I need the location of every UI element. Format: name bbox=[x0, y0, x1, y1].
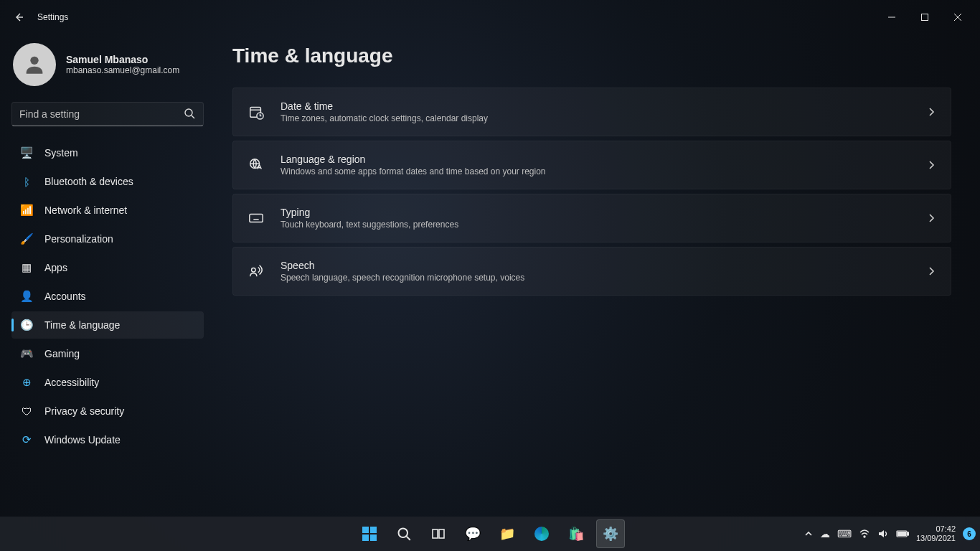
settings-card-typing[interactable]: TypingTouch keyboard, text suggestions, … bbox=[232, 194, 951, 242]
taskbar-edge-button[interactable] bbox=[527, 519, 556, 548]
tray-overflow-button[interactable] bbox=[804, 529, 813, 538]
card-subtitle: Touch keyboard, text suggestions, prefer… bbox=[281, 220, 910, 230]
shield-icon: 🛡 bbox=[20, 405, 33, 418]
folder-icon: 📁 bbox=[499, 526, 515, 542]
sidebar-item-system[interactable]: 🖥️System bbox=[11, 139, 204, 166]
settings-card-speech[interactable]: SpeechSpeech language, speech recognitio… bbox=[232, 247, 951, 296]
chevron-up-icon bbox=[804, 529, 813, 538]
taskbar: 💬 📁 🛍️ ⚙️ ☁ ⌨ 07:42 13/09/2 bbox=[0, 517, 980, 551]
wifi-icon bbox=[859, 528, 870, 540]
taskbar-center: 💬 📁 🛍️ ⚙️ bbox=[355, 519, 625, 548]
battery-icon bbox=[896, 529, 909, 538]
store-icon: 🛍️ bbox=[568, 526, 584, 542]
card-text: Date & timeTime zones, automatic clock s… bbox=[281, 100, 910, 123]
taskbar-clock[interactable]: 07:42 13/09/2021 bbox=[916, 524, 956, 542]
svg-point-4 bbox=[30, 57, 38, 65]
svg-rect-20 bbox=[433, 529, 438, 538]
system-tray: ☁ ⌨ 07:42 13/09/2021 6 bbox=[804, 524, 976, 542]
svg-line-6 bbox=[192, 116, 194, 118]
sidebar-item-label: Privacy & security bbox=[44, 405, 124, 417]
taskbar-store-button[interactable]: 🛍️ bbox=[562, 519, 590, 548]
search-box[interactable] bbox=[11, 102, 204, 126]
bluetooth-icon: ᛒ bbox=[20, 175, 33, 188]
taskbar-explorer-button[interactable]: 📁 bbox=[493, 519, 522, 548]
sidebar-item-accessibility[interactable]: ⊕Accessibility bbox=[11, 369, 204, 396]
chevron-right-icon bbox=[926, 213, 936, 223]
search-icon bbox=[184, 108, 195, 119]
maximize-icon bbox=[921, 14, 928, 21]
sidebar-item-gaming[interactable]: 🎮Gaming bbox=[11, 340, 204, 367]
settings-card-list: Date & timeTime zones, automatic clock s… bbox=[232, 88, 951, 296]
gaming-icon: 🎮 bbox=[20, 347, 33, 360]
task-view-button[interactable] bbox=[424, 519, 453, 548]
sidebar-item-bluetooth-devices[interactable]: ᛒBluetooth & devices bbox=[11, 168, 204, 195]
taskbar-settings-button[interactable]: ⚙️ bbox=[596, 519, 625, 548]
sidebar-nav: 🖥️SystemᛒBluetooth & devices📶Network & i… bbox=[11, 139, 204, 453]
edge-icon bbox=[534, 527, 549, 541]
volume-tray-icon[interactable] bbox=[877, 528, 889, 540]
sidebar-item-label: System bbox=[44, 147, 78, 159]
sidebar-item-label: Time & language bbox=[44, 319, 120, 331]
speech-icon bbox=[248, 263, 265, 279]
wifi-icon: 📶 bbox=[20, 204, 33, 217]
sidebar-item-label: Accounts bbox=[44, 291, 86, 302]
back-arrow-icon bbox=[13, 11, 24, 23]
close-button[interactable] bbox=[941, 6, 974, 29]
minimize-button[interactable] bbox=[875, 6, 908, 29]
profile-name: Samuel Mbanaso bbox=[66, 54, 179, 65]
notification-badge[interactable]: 6 bbox=[963, 527, 976, 540]
svg-rect-11 bbox=[250, 215, 263, 222]
sidebar-item-apps[interactable]: ▦Apps bbox=[11, 254, 204, 281]
search-input[interactable] bbox=[11, 102, 204, 126]
chevron-right-icon bbox=[926, 266, 936, 276]
taskbar-search-button[interactable] bbox=[390, 519, 418, 548]
svg-point-18 bbox=[399, 529, 408, 538]
maximize-button[interactable] bbox=[908, 6, 941, 29]
back-button[interactable] bbox=[6, 4, 32, 30]
keyboard-tray-icon[interactable]: ⌨ bbox=[837, 528, 852, 540]
profile-block[interactable]: Samuel Mbanaso mbanaso.samuel@gmail.com bbox=[11, 40, 204, 99]
sidebar-item-personalization[interactable]: 🖌️Personalization bbox=[11, 225, 204, 253]
card-subtitle: Speech language, speech recognition micr… bbox=[281, 273, 910, 283]
sidebar-item-network-internet[interactable]: 📶Network & internet bbox=[11, 197, 204, 224]
battery-tray-icon[interactable] bbox=[896, 529, 909, 538]
svg-rect-21 bbox=[439, 529, 444, 538]
volume-icon bbox=[877, 528, 889, 540]
onedrive-tray-icon[interactable]: ☁ bbox=[820, 528, 830, 540]
search-icon bbox=[397, 527, 411, 541]
clock-globe-icon: 🕒 bbox=[20, 319, 33, 331]
card-title: Date & time bbox=[281, 100, 910, 112]
svg-line-19 bbox=[407, 537, 410, 540]
task-view-icon bbox=[431, 527, 446, 541]
card-text: SpeechSpeech language, speech recognitio… bbox=[281, 260, 910, 283]
chat-icon: 💬 bbox=[465, 526, 481, 542]
settings-card-language-region[interactable]: Language & regionWindows and some apps f… bbox=[232, 141, 951, 189]
accessibility-icon: ⊕ bbox=[20, 376, 33, 389]
chevron-right-icon bbox=[926, 107, 936, 117]
card-title: Typing bbox=[281, 207, 910, 218]
svg-rect-24 bbox=[907, 532, 908, 535]
settings-card-date-time[interactable]: Date & timeTime zones, automatic clock s… bbox=[232, 88, 951, 136]
close-icon bbox=[954, 14, 961, 21]
keyboard-icon bbox=[248, 210, 265, 226]
update-icon: ⟳ bbox=[20, 433, 33, 446]
sidebar-item-label: Bluetooth & devices bbox=[44, 176, 133, 187]
sidebar-item-label: Windows Update bbox=[44, 434, 121, 446]
taskbar-chat-button[interactable]: 💬 bbox=[458, 519, 487, 548]
wifi-tray-icon[interactable] bbox=[859, 528, 870, 540]
avatar bbox=[13, 43, 56, 86]
sidebar-item-label: Apps bbox=[44, 262, 67, 273]
window-title: Settings bbox=[37, 12, 68, 22]
sidebar-item-windows-update[interactable]: ⟳Windows Update bbox=[11, 426, 204, 453]
sidebar-item-label: Accessibility bbox=[44, 377, 99, 388]
sidebar-item-time-language[interactable]: 🕒Time & language bbox=[11, 311, 204, 339]
language-region-icon bbox=[248, 157, 265, 173]
sidebar-item-privacy-security[interactable]: 🛡Privacy & security bbox=[11, 397, 204, 425]
sidebar-item-accounts[interactable]: 👤Accounts bbox=[11, 283, 204, 310]
card-title: Language & region bbox=[281, 154, 910, 165]
start-button[interactable] bbox=[355, 519, 384, 548]
clock-time: 07:42 bbox=[936, 524, 956, 534]
windows-logo-icon bbox=[362, 527, 377, 541]
clock-date: 13/09/2021 bbox=[916, 534, 956, 543]
minimize-icon bbox=[888, 14, 895, 21]
